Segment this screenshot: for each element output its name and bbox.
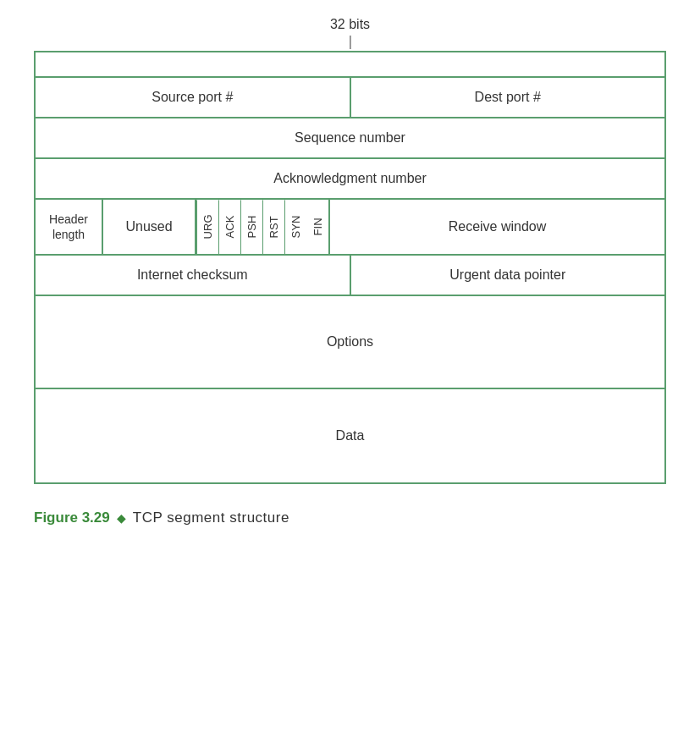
data-cell: Data	[36, 389, 664, 482]
flag-fin: FIN	[306, 200, 328, 254]
figure-diamond: ◆	[117, 511, 126, 525]
dest-port-cell: Dest port #	[351, 78, 665, 117]
figure-description: TCP segment structure	[133, 509, 289, 526]
urgent-data-pointer-cell: Urgent data pointer	[351, 256, 665, 295]
options-cell: Options	[36, 296, 664, 388]
unused-cell: Unused	[103, 200, 196, 254]
receive-window-cell: Receive window	[330, 200, 664, 254]
figure-caption: Figure 3.29 ◆ TCP segment structure	[34, 509, 666, 526]
top-bar-row	[36, 52, 664, 78]
bits-label: 32 bits	[330, 17, 370, 32]
figure-label: Figure 3.29	[34, 509, 110, 526]
flag-syn: SYN	[284, 200, 306, 254]
header-length-cell: Header length	[36, 200, 103, 254]
row-sequence: Sequence number	[36, 118, 664, 159]
acknowledgment-cell: Acknowledgment number	[36, 159, 664, 198]
tick-line	[350, 36, 350, 49]
flag-urg: URG	[196, 200, 218, 254]
flags-container: URG ACK PSH RST SYN FIN	[196, 200, 330, 254]
flag-psh: PSH	[240, 200, 262, 254]
row-flags: Header length Unused URG ACK PSH RST SYN…	[36, 200, 664, 256]
row-options: Options	[36, 296, 664, 389]
row-ports: Source port # Dest port #	[36, 78, 664, 118]
row-data: Data	[36, 389, 664, 482]
top-bar-cell	[36, 52, 664, 76]
sequence-cell: Sequence number	[36, 118, 664, 157]
row-acknowledgment: Acknowledgment number	[36, 159, 664, 200]
source-port-cell: Source port #	[36, 78, 351, 117]
internet-checksum-cell: Internet checksum	[36, 256, 351, 295]
row-checksum: Internet checksum Urgent data pointer	[36, 256, 664, 296]
flag-rst: RST	[262, 200, 284, 254]
flag-ack: ACK	[218, 200, 240, 254]
tcp-diagram: Source port # Dest port # Sequence numbe…	[34, 51, 666, 484]
